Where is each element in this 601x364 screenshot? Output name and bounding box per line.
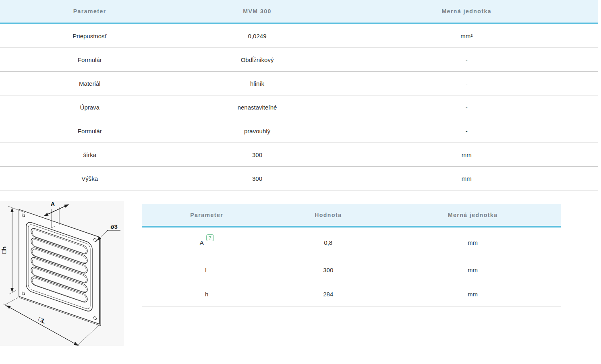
value-cell: 284 [271, 291, 385, 298]
parameter-cell: Priepustnosť [0, 33, 180, 39]
value-cell: 0,8 [271, 239, 385, 246]
dimensions-table-body: A?0,8mmL300mmh284mm [142, 228, 561, 306]
parameter-label: h [205, 291, 208, 298]
parameter-label: Priepustnosť [73, 33, 107, 39]
parameter-cell: h [142, 291, 271, 298]
parameter-label: šírka [83, 151, 96, 158]
label-height-h: □h [0, 246, 7, 254]
parameters-table-body: Priepustnosť0,0249mm²FormulárObdĺžnikový… [0, 24, 598, 190]
parameter-cell: šírka [0, 151, 180, 158]
grille-diagram-svg: A ø3 □h □L [0, 201, 124, 346]
parameter-label: Úprava [80, 104, 99, 111]
product-spec-page: Parameter MVM 300 Merná jednotka Priepus… [0, 0, 601, 364]
column-header-model: MVM 300 [180, 8, 335, 14]
parameters-table-header: Parameter MVM 300 Merná jednotka [0, 0, 598, 24]
help-badge[interactable]: ? [206, 234, 214, 241]
parameters-table: Parameter MVM 300 Merná jednotka Priepus… [0, 0, 598, 190]
grille-plate [19, 209, 101, 326]
unit-cell: mm [385, 291, 561, 298]
unit-cell: mm [385, 267, 561, 273]
unit-cell: - [335, 56, 598, 63]
table-row: Materiálhliník- [0, 72, 598, 95]
parameter-cell: Materiál [0, 80, 180, 87]
unit-cell: mm [335, 151, 598, 158]
table-row: A?0,8mm [142, 228, 561, 258]
value-cell: 300 [180, 175, 335, 182]
parameter-cell: Úprava [0, 104, 180, 111]
value-cell: nenastaviteľné [180, 104, 335, 111]
table-row: Formulárpravouhlý- [0, 119, 598, 143]
label-pitch-A: A [51, 201, 55, 207]
parameter-label: Materiál [79, 80, 100, 87]
value-cell: hliník [180, 80, 335, 87]
label-hole-diameter: ø3 [110, 223, 118, 230]
column-header-value: Hodnota [271, 212, 385, 218]
parameter-label: Výška [81, 175, 98, 182]
dimensions-table-header: Parameter Hodnota Merná jednotka [142, 204, 561, 228]
value-cell: pravouhlý [180, 128, 335, 134]
table-row: h284mm [142, 282, 561, 306]
parameter-cell: Formulár [0, 56, 180, 63]
parameter-cell: A? [142, 239, 271, 246]
table-row: FormulárObdĺžnikový- [0, 48, 598, 72]
unit-cell: - [335, 104, 598, 111]
value-cell: 300 [271, 267, 385, 273]
table-row: Priepustnosť0,0249mm² [0, 24, 598, 48]
value-cell: Obdĺžnikový [180, 56, 335, 63]
grille-technical-drawing: A ø3 □h □L [0, 201, 124, 346]
table-row: šírka300mm [0, 143, 598, 167]
column-header-parameter: Parameter [142, 212, 271, 218]
value-cell: 300 [180, 151, 335, 158]
column-header-unit: Merná jednotka [335, 8, 598, 14]
parameter-cell: L [142, 267, 271, 273]
table-row: Úpravanenastaviteľné- [0, 95, 598, 119]
parameter-label: Formulár [78, 56, 102, 63]
parameter-cell: Výška [0, 175, 180, 182]
table-row: L300mm [142, 258, 561, 282]
unit-cell: - [335, 80, 598, 87]
dimensions-table: Parameter Hodnota Merná jednotka A?0,8mm… [142, 204, 561, 306]
value-cell: 0,0249 [180, 33, 335, 39]
unit-cell: - [335, 128, 598, 134]
parameter-label: L [205, 267, 208, 273]
parameter-cell: Formulár [0, 128, 180, 134]
unit-cell: mm [385, 239, 561, 246]
unit-cell: mm² [335, 33, 598, 39]
unit-cell: mm [335, 175, 598, 182]
parameter-label: A [200, 239, 204, 246]
parameter-label: Formulár [78, 128, 102, 134]
table-row: Výška300mm [0, 167, 598, 190]
column-header-unit: Merná jednotka [385, 212, 561, 218]
column-header-parameter: Parameter [0, 8, 180, 14]
